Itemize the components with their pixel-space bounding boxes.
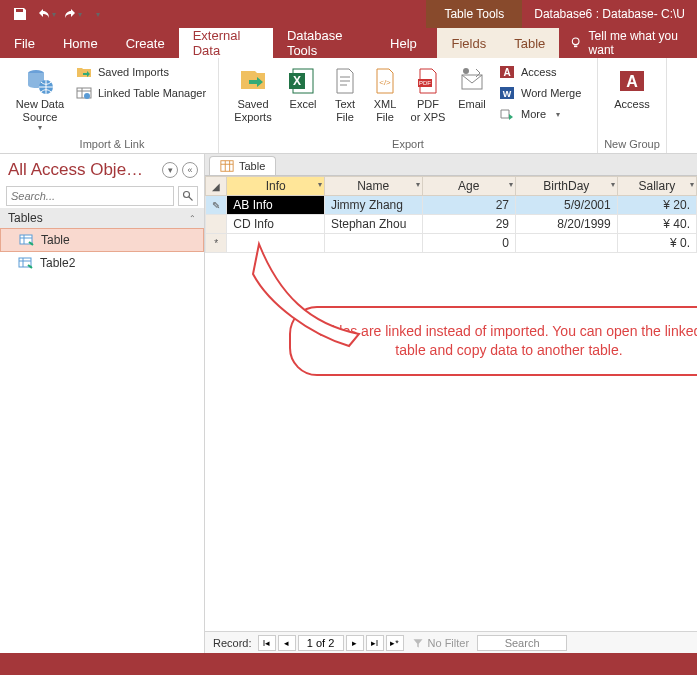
- newgroup-access-button[interactable]: A Access: [604, 62, 660, 113]
- nav-collapse-icon[interactable]: «: [182, 162, 198, 178]
- nav-search-input[interactable]: [6, 186, 174, 206]
- xml-file-icon: </>: [369, 65, 401, 97]
- export-email-button[interactable]: Email: [451, 62, 493, 113]
- svg-rect-22: [221, 161, 233, 172]
- filter-icon: [412, 637, 424, 649]
- filter-indicator[interactable]: No Filter: [406, 637, 476, 649]
- redo-icon[interactable]: ▾: [60, 3, 84, 25]
- record-first-button[interactable]: I◂: [258, 635, 276, 651]
- nav-search-button[interactable]: [178, 186, 198, 206]
- cell[interactable]: ¥ 0.: [617, 234, 696, 253]
- tab-database-tools[interactable]: Database Tools: [273, 28, 376, 58]
- cell[interactable]: 0: [422, 234, 516, 253]
- record-new-button[interactable]: ▸*: [386, 635, 404, 651]
- cell[interactable]: [516, 234, 618, 253]
- nav-pane-title[interactable]: All Access Obje…: [8, 160, 158, 180]
- cell[interactable]: AB Info: [227, 196, 325, 215]
- cell[interactable]: CD Info: [227, 215, 325, 234]
- nav-item-table[interactable]: Table: [0, 228, 204, 252]
- tab-fields[interactable]: Fields: [437, 28, 500, 58]
- tab-external-data[interactable]: External Data: [179, 28, 273, 58]
- record-position-input[interactable]: [298, 635, 344, 651]
- excel-icon: X: [287, 65, 319, 97]
- tab-table[interactable]: Table: [500, 28, 559, 58]
- column-dropdown-icon[interactable]: ▾: [416, 180, 420, 189]
- tab-home[interactable]: Home: [49, 28, 112, 58]
- cell[interactable]: 8/20/1999: [516, 215, 618, 234]
- tab-file[interactable]: File: [0, 28, 49, 58]
- group-new-label: New Group: [604, 136, 660, 153]
- saved-imports-button[interactable]: Saved Imports: [72, 62, 212, 82]
- record-last-button[interactable]: ▸I: [366, 635, 384, 651]
- export-access-button[interactable]: A Access: [495, 62, 591, 82]
- cell[interactable]: Stephan Zhou: [324, 215, 422, 234]
- column-dropdown-icon[interactable]: ▾: [690, 180, 694, 189]
- nav-item-table2[interactable]: Table2: [0, 252, 204, 274]
- table-row[interactable]: CD Info Stephan Zhou 29 8/20/1999 ¥ 40.: [206, 215, 697, 234]
- svg-text:W: W: [503, 89, 512, 99]
- email-icon: [456, 65, 488, 97]
- col-header-age[interactable]: Age▾: [422, 177, 516, 196]
- export-pdf-button[interactable]: PDF PDF or XPS: [405, 62, 451, 125]
- record-search-input[interactable]: [477, 635, 567, 651]
- linked-table-manager-button[interactable]: Linked Table Manager: [72, 83, 212, 103]
- svg-point-12: [463, 68, 469, 74]
- cell[interactable]: Jimmy Zhang: [324, 196, 422, 215]
- cell[interactable]: ¥ 40.: [617, 215, 696, 234]
- col-header-birthday[interactable]: BirthDay▾: [516, 177, 618, 196]
- table-row-new[interactable]: * 0 ¥ 0.: [206, 234, 697, 253]
- saved-exports-icon: [237, 65, 269, 97]
- col-header-salary[interactable]: Sallary▾: [617, 177, 696, 196]
- row-selector[interactable]: [206, 215, 227, 234]
- saved-exports-button[interactable]: Saved Exports: [225, 62, 281, 125]
- export-xml-button[interactable]: </> XML File: [365, 62, 405, 125]
- undo-icon[interactable]: ▾: [34, 3, 58, 25]
- cell[interactable]: [227, 234, 325, 253]
- access-big-icon: A: [616, 65, 648, 97]
- word-merge-button[interactable]: W Word Merge: [495, 83, 591, 103]
- linked-table-icon: [18, 255, 34, 271]
- table-row[interactable]: ✎ AB Info Jimmy Zhang 27 5/9/2001 ¥ 20.: [206, 196, 697, 215]
- text-file-icon: [329, 65, 361, 97]
- folder-import-icon: [76, 64, 92, 80]
- svg-point-0: [573, 38, 580, 45]
- col-header-info[interactable]: Info▾: [227, 177, 325, 196]
- cell[interactable]: ¥ 20.: [617, 196, 696, 215]
- nav-group-tables[interactable]: Tables ⌃: [0, 208, 204, 228]
- document-tab-table[interactable]: Table: [209, 156, 276, 175]
- group-import-label: Import & Link: [12, 136, 212, 153]
- status-bar: [0, 653, 697, 675]
- column-dropdown-icon[interactable]: ▾: [611, 180, 615, 189]
- save-icon[interactable]: [8, 3, 32, 25]
- tell-me-label: Tell me what you want: [589, 29, 687, 57]
- database-globe-icon: [24, 65, 56, 97]
- cell[interactable]: 29: [422, 215, 516, 234]
- table-icon: [220, 159, 234, 173]
- linked-table-icon: [76, 85, 92, 101]
- collapse-group-icon: ⌃: [189, 214, 196, 223]
- column-dropdown-icon[interactable]: ▾: [509, 180, 513, 189]
- record-next-button[interactable]: ▸: [346, 635, 364, 651]
- customize-qat-icon[interactable]: ▾: [86, 3, 110, 25]
- cell[interactable]: [324, 234, 422, 253]
- svg-text:A: A: [503, 67, 510, 78]
- pdf-icon: PDF: [412, 65, 444, 97]
- export-text-button[interactable]: Text File: [325, 62, 365, 125]
- svg-point-4: [84, 93, 90, 99]
- record-prev-button[interactable]: ◂: [278, 635, 296, 651]
- word-icon: W: [499, 85, 515, 101]
- nav-dropdown-icon[interactable]: ▾: [162, 162, 178, 178]
- new-data-source-button[interactable]: New Data Source▾: [12, 62, 68, 134]
- cell[interactable]: 5/9/2001: [516, 196, 618, 215]
- col-header-name[interactable]: Name▾: [324, 177, 422, 196]
- cell[interactable]: 27: [422, 196, 516, 215]
- select-all-cell[interactable]: ◢: [206, 177, 227, 196]
- tab-create[interactable]: Create: [112, 28, 179, 58]
- export-excel-button[interactable]: X Excel: [281, 62, 325, 113]
- export-more-button[interactable]: More▾: [495, 104, 591, 124]
- tell-me-search[interactable]: Tell me what you want: [559, 28, 697, 58]
- row-selector-new[interactable]: *: [206, 234, 227, 253]
- row-selector-editing[interactable]: ✎: [206, 196, 227, 215]
- column-dropdown-icon[interactable]: ▾: [318, 180, 322, 189]
- tab-help[interactable]: Help: [376, 28, 431, 58]
